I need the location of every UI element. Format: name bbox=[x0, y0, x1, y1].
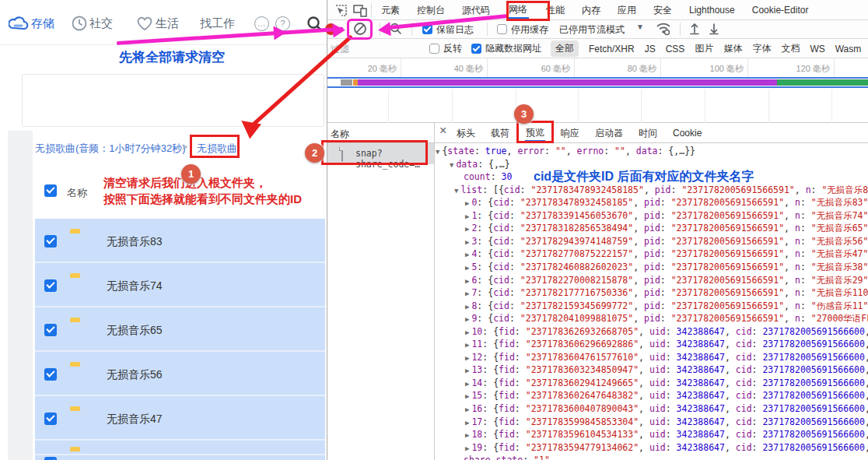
invert-label[interactable]: 反转 bbox=[443, 42, 462, 55]
filter-chip-Fetch/XHR[interactable]: Fetch/XHR bbox=[589, 44, 635, 54]
folder-row[interactable]: 无损音乐65 bbox=[35, 307, 325, 352]
tab-内存[interactable]: 内存 bbox=[582, 4, 600, 17]
panel-tab-时间[interactable]: 时间 bbox=[639, 127, 657, 140]
folder-name[interactable]: 无损音乐47 bbox=[107, 413, 163, 427]
folder-row[interactable] bbox=[35, 441, 325, 455]
json-line[interactable]: ▼{state: true, error: "", errno: "", dat… bbox=[436, 145, 695, 159]
json-line[interactable]: ▶12: {fid: "2371783604761577610", uid: 3… bbox=[465, 351, 868, 365]
folder-name[interactable]: 无损音乐56 bbox=[107, 368, 163, 382]
nav-jobs[interactable]: 找工作 bbox=[200, 16, 235, 31]
export-har-icon[interactable] bbox=[708, 22, 720, 36]
ruler-label: 80 毫秒 bbox=[628, 63, 656, 75]
breadcrumb-separator: > bbox=[182, 142, 187, 153]
json-line[interactable]: ▶0: {cid: "2371783478932458185", pid: "2… bbox=[465, 196, 868, 210]
ruler-label: 120 毫秒 bbox=[796, 63, 830, 75]
json-line[interactable]: ▶3: {cid: "2371782943974148759", pid: "2… bbox=[465, 235, 868, 249]
folder-name[interactable]: 无损音乐74 bbox=[107, 279, 163, 293]
invert-checkbox[interactable] bbox=[429, 44, 439, 54]
filter-chip-JS[interactable]: JS bbox=[645, 44, 656, 54]
filter-chip-WS[interactable]: WS bbox=[810, 44, 824, 54]
json-line[interactable]: ▶8: {cid: "2371782159345699772", pid: "2… bbox=[465, 300, 868, 314]
json-line[interactable]: ▶6: {cid: "2371782270008215878", pid: "2… bbox=[465, 274, 868, 288]
json-line[interactable]: ▶16: {fid: "2371783600407890043", uid: 3… bbox=[465, 402, 868, 416]
nav-life[interactable]: 生活 bbox=[156, 16, 179, 31]
json-line[interactable]: ▶15: {fid: "2371783602647648382", uid: 3… bbox=[465, 389, 868, 403]
filter-chip-图片[interactable]: 图片 bbox=[695, 42, 713, 55]
network-conditions-icon[interactable] bbox=[656, 22, 671, 36]
tab-控制台[interactable]: 控制台 bbox=[417, 4, 445, 17]
tab-Lighthouse[interactable]: Lighthouse bbox=[689, 5, 735, 16]
panel-tab-启动器[interactable]: 启动器 bbox=[595, 127, 623, 140]
panel-tab-Cookie[interactable]: Cookie bbox=[673, 128, 702, 139]
filter-chip-文档[interactable]: 文档 bbox=[781, 42, 800, 55]
json-preview[interactable]: ▼{state: true, error: "", errno: "", dat… bbox=[434, 145, 868, 460]
more-ellipsis-icon[interactable]: … bbox=[254, 16, 269, 31]
breadcrumb-root[interactable]: 无损歌曲(音频：1小时7分钟32秒) bbox=[35, 142, 186, 156]
disable-cache-label[interactable]: 停用缓存 bbox=[511, 23, 548, 37]
json-line[interactable]: ▶4: {cid: "2371782770875222157", pid: "2… bbox=[465, 248, 868, 262]
step-badge-1: 1 bbox=[181, 164, 201, 184]
json-line[interactable]: ▶11: {fid: "2371783606296692886", uid: 3… bbox=[465, 338, 868, 352]
filter-chip-字体[interactable]: 字体 bbox=[752, 42, 771, 55]
json-line[interactable]: ▼data: {,…} bbox=[450, 158, 510, 172]
row-checkbox[interactable] bbox=[44, 324, 57, 336]
tab-元素[interactable]: 元素 bbox=[381, 4, 400, 17]
tab-安全[interactable]: 安全 bbox=[653, 4, 672, 17]
ruler-tick bbox=[660, 58, 661, 77]
throttling-select[interactable]: 已停用节流模式 bbox=[559, 23, 625, 37]
nav-social[interactable]: 社交 bbox=[89, 16, 113, 31]
folder-row[interactable]: 无损音乐74 bbox=[35, 263, 325, 307]
request-name-header[interactable]: 名称 bbox=[331, 128, 349, 141]
list-name-header: 名称 bbox=[67, 186, 87, 200]
json-line[interactable]: ▶19: {fid: "2371783594779134062", uid: 3… bbox=[465, 441, 868, 455]
disable-cache-checkbox[interactable] bbox=[497, 24, 507, 34]
close-panel-icon[interactable]: × bbox=[439, 125, 446, 137]
row-checkbox[interactable] bbox=[44, 279, 57, 292]
json-line[interactable]: ▶10: {fid: "2371783626932668705", uid: 3… bbox=[465, 325, 868, 339]
left-gutter bbox=[8, 131, 33, 460]
hide-data-urls-label[interactable]: 隐藏数据网址 bbox=[485, 42, 541, 55]
filter-chip-CSS[interactable]: CSS bbox=[666, 44, 685, 54]
throttling-caret-icon[interactable]: ▼ bbox=[636, 23, 644, 31]
row-checkbox[interactable] bbox=[44, 457, 57, 460]
row-checkbox[interactable] bbox=[44, 368, 57, 381]
inspect-element-icon[interactable] bbox=[334, 4, 348, 17]
overview-strip[interactable] bbox=[327, 77, 868, 88]
device-toolbar-icon[interactable] bbox=[353, 4, 367, 17]
json-line[interactable]: share_state: "1" bbox=[464, 454, 550, 460]
json-line[interactable]: ▶7: {cid: "2371782177716750336", pid: "2… bbox=[465, 286, 868, 300]
row-checkbox[interactable] bbox=[44, 235, 57, 248]
folder-name[interactable]: 无损音乐83 bbox=[107, 235, 163, 249]
hide-data-urls-checkbox[interactable] bbox=[471, 44, 481, 54]
filter-chip-媒体[interactable]: 媒体 bbox=[723, 42, 742, 55]
json-line[interactable]: ▼list: [{cid: "2371783478932458185", pid… bbox=[454, 184, 868, 198]
json-line[interactable]: ▶9: {cid: "2371782041099881075", pid: "2… bbox=[465, 312, 868, 326]
json-line[interactable]: ▶18: {fid: "2371783596104534133", uid: 3… bbox=[465, 428, 868, 442]
json-line[interactable]: ▶5: {cid: "2371782460882602023", pid: "2… bbox=[465, 261, 868, 275]
ruler-tick bbox=[574, 58, 575, 77]
row-checkbox[interactable] bbox=[44, 413, 57, 425]
panel-tab-载荷[interactable]: 载荷 bbox=[491, 127, 509, 140]
json-line[interactable]: ▶1: {cid: "2371783391456053670", pid: "2… bbox=[465, 209, 868, 223]
json-line[interactable]: ▶17: {fid: "2371783599845853304", uid: 3… bbox=[465, 416, 868, 430]
folder-row[interactable]: 无损音乐56 bbox=[35, 352, 325, 396]
folder-row[interactable]: 无损音乐83 bbox=[35, 219, 325, 263]
tab-应用[interactable]: 应用 bbox=[618, 4, 636, 17]
json-line[interactable]: ▶14: {fid: "2371783602941249665", uid: 3… bbox=[465, 377, 868, 391]
panel-tab-响应[interactable]: 响应 bbox=[561, 127, 579, 140]
import-har-icon[interactable] bbox=[688, 22, 701, 36]
json-line[interactable]: ▶13: {fid: "2371783603234850947", uid: 3… bbox=[465, 363, 868, 377]
json-line[interactable]: count: 30 bbox=[464, 170, 512, 184]
row-divider bbox=[35, 454, 325, 455]
folder-name[interactable]: 无损音乐65 bbox=[107, 324, 163, 338]
folder-row[interactable]: 无损音乐47 bbox=[35, 396, 325, 441]
filter-chip-Wasm[interactable]: Wasm bbox=[835, 44, 862, 54]
tab-源代码[interactable]: 源代码 bbox=[462, 4, 490, 17]
filter-chip-全部[interactable]: 全部 bbox=[551, 40, 579, 57]
panel-tab-标头[interactable]: 标头 bbox=[457, 127, 475, 140]
nav-storage[interactable]: 存储 bbox=[31, 16, 54, 31]
json-line[interactable]: ▶2: {cid: "2371783182856538494", pid: "2… bbox=[465, 222, 868, 236]
tab-Cookie-Editor[interactable]: Cookie-Editor bbox=[752, 5, 809, 16]
select-all-checkbox[interactable] bbox=[44, 184, 57, 197]
preserve-log-label[interactable]: 保留日志 bbox=[436, 23, 474, 37]
